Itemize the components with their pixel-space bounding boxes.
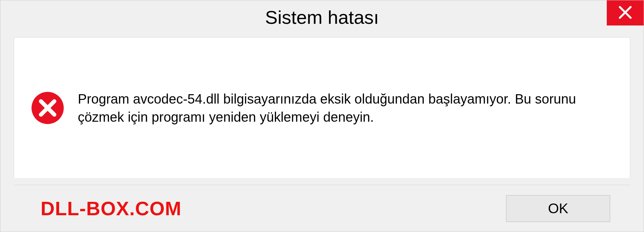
close-icon bbox=[618, 5, 633, 21]
titlebar: Sistem hatası bbox=[0, 0, 644, 34]
dialog-title: Sistem hatası bbox=[265, 6, 379, 28]
error-dialog: Sistem hatası Program avcodec-54.dll bil… bbox=[0, 0, 644, 232]
error-icon bbox=[31, 91, 64, 125]
content-panel: Program avcodec-54.dll bilgisayarınızda … bbox=[14, 37, 630, 178]
close-button[interactable] bbox=[607, 0, 644, 25]
ok-button[interactable]: OK bbox=[506, 195, 610, 222]
watermark-text: DLL-BOX.COM bbox=[41, 197, 181, 220]
dialog-footer: DLL-BOX.COM OK bbox=[14, 185, 630, 232]
error-message: Program avcodec-54.dll bilgisayarınızda … bbox=[78, 90, 613, 126]
